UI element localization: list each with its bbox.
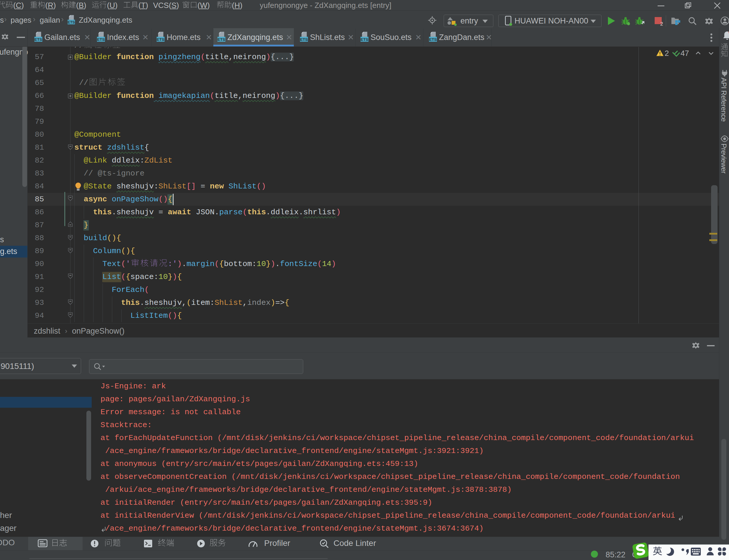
svg-text:ETS: ETS	[97, 37, 105, 42]
svg-text:ETS: ETS	[34, 37, 42, 42]
svg-text:ETS: ETS	[218, 37, 225, 42]
svg-text:ETS: ETS	[68, 20, 75, 24]
svg-text:ETS: ETS	[361, 37, 368, 42]
svg-text:ETS: ETS	[300, 37, 308, 42]
svg-text:ETS: ETS	[157, 37, 164, 42]
svg-text:ETS: ETS	[429, 37, 437, 42]
